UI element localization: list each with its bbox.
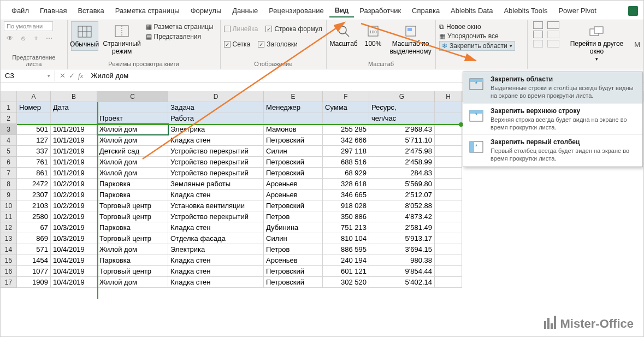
cell[interactable]: 10/4/2019: [51, 255, 97, 266]
cell[interactable]: Работа: [168, 113, 264, 124]
cell[interactable]: Устройство перекрытий: [168, 211, 264, 222]
cell[interactable]: Петров: [264, 211, 323, 222]
switch-windows-button[interactable]: Перейти в другое окно ▾: [564, 21, 630, 64]
cell[interactable]: Устройство перекрытий: [168, 168, 264, 179]
cell[interactable]: 10/4/2019: [51, 266, 97, 277]
freeze-menu-item[interactable]: *Закрепить областиВыделенные строки и ст…: [463, 72, 642, 104]
cell[interactable]: [435, 113, 462, 124]
cell[interactable]: Петровский: [264, 266, 323, 277]
cell[interactable]: 10/3/2019: [51, 233, 97, 244]
cell[interactable]: Петровский: [264, 135, 323, 146]
freeze-menu-item[interactable]: *Закрепить верхнюю строкуВерхняя строка …: [463, 104, 642, 135]
cell[interactable]: Мамонов: [264, 124, 323, 135]
tab-справка[interactable]: Справка: [406, 4, 445, 17]
cell[interactable]: [435, 124, 462, 135]
cell[interactable]: Жилой дом: [97, 157, 168, 168]
cell[interactable]: 2'512.07: [369, 190, 435, 200]
cell[interactable]: 255 285: [323, 124, 369, 135]
cell[interactable]: 980.38: [369, 255, 435, 266]
cell[interactable]: чел/час: [369, 113, 435, 124]
cell[interactable]: 5'913.17: [369, 233, 435, 244]
cell[interactable]: 5'711.10: [369, 135, 435, 146]
cell[interactable]: Электрика: [168, 124, 264, 135]
cell[interactable]: 10/1/2019: [51, 135, 97, 146]
cell[interactable]: [435, 233, 462, 244]
cell[interactable]: 2'581.49: [369, 222, 435, 233]
fx-icon[interactable]: fx: [78, 72, 83, 80]
cell[interactable]: 10/2/2019: [51, 179, 97, 190]
tab-вставка[interactable]: Вставка: [72, 4, 109, 17]
cell[interactable]: [435, 222, 462, 233]
row-header[interactable]: 13: [1, 233, 17, 244]
cell[interactable]: 5'402.14: [369, 277, 435, 288]
cell[interactable]: Арсеньев: [264, 255, 323, 266]
cell[interactable]: 10/2/2019: [51, 200, 97, 211]
cell[interactable]: Торговый центр: [97, 200, 168, 211]
cell[interactable]: [435, 146, 462, 157]
cell[interactable]: Кладка стен: [168, 255, 264, 266]
cell[interactable]: 5'569.80: [369, 179, 435, 190]
sheet-view-combo[interactable]: По умолчани: [4, 21, 53, 31]
row-header[interactable]: 8: [1, 179, 17, 190]
cell[interactable]: Арсеньев: [264, 190, 323, 200]
arrange-all-button[interactable]: ▦Упорядочить все: [439, 32, 510, 40]
cell[interactable]: 346 665: [323, 190, 369, 200]
normal-view-button[interactable]: Обычный: [71, 21, 98, 51]
cell[interactable]: [435, 211, 462, 222]
cell[interactable]: Кладка стен: [168, 277, 264, 288]
tab-рецензирование[interactable]: Рецензирование: [263, 4, 329, 17]
split-icon[interactable]: [533, 21, 543, 29]
tab-главная[interactable]: Главная: [34, 4, 72, 17]
cell[interactable]: 350 886: [323, 211, 369, 222]
cell[interactable]: 2472: [17, 179, 51, 190]
cell[interactable]: 68 929: [323, 168, 369, 179]
cell[interactable]: 2580: [17, 211, 51, 222]
cell[interactable]: [264, 113, 323, 124]
cell[interactable]: 1077: [17, 266, 51, 277]
cell[interactable]: 861: [17, 168, 51, 179]
cell[interactable]: Парковка: [97, 222, 168, 233]
cell[interactable]: 302 520: [323, 277, 369, 288]
tab-разметка-страницы[interactable]: Разметка страницы: [110, 4, 185, 17]
cell[interactable]: 10/4/2019: [51, 244, 97, 255]
zoom-selection-button[interactable]: Масштаб по выделенному: [389, 21, 432, 57]
row-header[interactable]: 4: [1, 135, 17, 146]
cell[interactable]: Менеджер: [264, 102, 323, 113]
cell[interactable]: [323, 113, 369, 124]
cell[interactable]: 10/4/2019: [51, 277, 97, 288]
cell[interactable]: [435, 157, 462, 168]
cell[interactable]: Жилой дом: [97, 277, 168, 288]
tab-разработчик[interactable]: Разработчик: [354, 4, 406, 17]
col-header[interactable]: G: [369, 91, 435, 102]
cell[interactable]: 127: [17, 135, 51, 146]
cell[interactable]: Петровский: [264, 200, 323, 211]
cell[interactable]: Ресурс,: [369, 102, 435, 113]
cell[interactable]: 10/1/2019: [51, 146, 97, 157]
cell[interactable]: [435, 179, 462, 190]
cell[interactable]: [435, 266, 462, 277]
cell[interactable]: 342 666: [323, 135, 369, 146]
cell[interactable]: Устройство перекрытий: [168, 157, 264, 168]
row-header[interactable]: 17: [1, 277, 17, 288]
custom-views-button[interactable]: ▤Представления: [146, 32, 217, 41]
share-icon[interactable]: [628, 6, 638, 16]
cell[interactable]: Жилой дом: [97, 124, 168, 135]
reset-pos-icon[interactable]: [547, 40, 559, 48]
col-header[interactable]: B: [51, 91, 97, 102]
cell[interactable]: Кладка стен: [168, 222, 264, 233]
zoom-100-button[interactable]: 100 100%: [359, 21, 387, 50]
cell[interactable]: Номер: [17, 102, 51, 113]
cell[interactable]: [435, 168, 462, 179]
cell[interactable]: [97, 102, 168, 113]
name-box[interactable]: C3 ▾: [1, 70, 55, 81]
cell[interactable]: [435, 255, 462, 266]
new-window-button[interactable]: ⧉Новое окно: [439, 22, 510, 31]
cell[interactable]: Петровский: [264, 168, 323, 179]
cell[interactable]: 337: [17, 146, 51, 157]
cell[interactable]: [435, 135, 462, 146]
cell[interactable]: Торговый центр: [97, 266, 168, 277]
cell[interactable]: [51, 113, 97, 124]
cell[interactable]: Силин: [264, 146, 323, 157]
cell[interactable]: 240 194: [323, 255, 369, 266]
cell[interactable]: 2307: [17, 190, 51, 200]
